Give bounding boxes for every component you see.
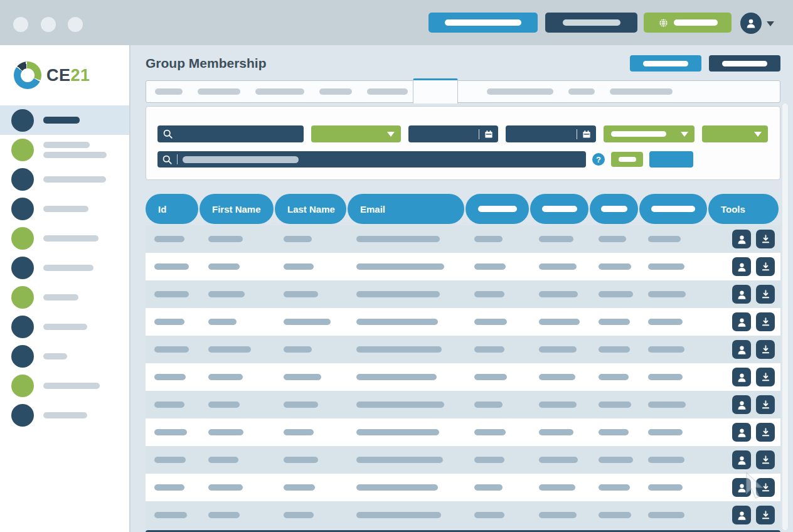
profile-button[interactable] (732, 340, 751, 359)
redacted-cell-value (599, 346, 630, 353)
tab-item[interactable] (155, 88, 183, 95)
download-icon (760, 482, 772, 494)
download-button[interactable] (756, 506, 775, 524)
profile-button[interactable] (732, 257, 751, 276)
download-button[interactable] (756, 368, 775, 386)
filter-search-button[interactable] (649, 151, 693, 168)
window-control-dot[interactable] (41, 17, 56, 32)
table-cell (639, 346, 707, 353)
redacted-label (619, 157, 636, 162)
profile-button[interactable] (732, 285, 751, 304)
tab-item[interactable] (255, 88, 304, 95)
redacted-cell-value (599, 319, 630, 325)
sidebar-item[interactable] (0, 253, 129, 282)
tab-item[interactable] (198, 88, 240, 95)
sidebar-item[interactable] (0, 371, 129, 400)
filter-dropdown[interactable] (311, 125, 401, 142)
profile-button[interactable] (732, 230, 751, 248)
user-menu-caret-icon[interactable] (767, 21, 774, 26)
table-cell (275, 263, 346, 270)
vertical-scrollbar[interactable] (782, 103, 789, 531)
profile-button[interactable] (732, 450, 751, 469)
tab-item[interactable] (487, 88, 553, 95)
profile-button[interactable] (732, 395, 751, 414)
table-cell-tools (708, 230, 779, 248)
sidebar-item[interactable] (0, 400, 129, 430)
column-header[interactable] (590, 194, 638, 224)
sidebar-item[interactable] (0, 194, 129, 223)
topbar-secondary-button[interactable] (545, 13, 637, 33)
search-input[interactable] (157, 125, 304, 142)
keyword-search-input[interactable] (157, 151, 586, 168)
date-input[interactable] (408, 125, 498, 142)
filter-dropdown[interactable] (604, 125, 695, 142)
column-header[interactable] (466, 194, 529, 224)
column-header-label: Email (348, 204, 385, 215)
search-icon (162, 129, 173, 139)
profile-button[interactable] (732, 423, 751, 442)
download-button[interactable] (756, 395, 775, 414)
profile-button[interactable] (732, 368, 751, 386)
redacted-cell-value (284, 319, 331, 325)
column-header[interactable]: Email (348, 194, 464, 224)
user-avatar[interactable] (740, 13, 762, 34)
column-header[interactable]: Tools (708, 194, 779, 224)
filter-dropdown[interactable] (702, 125, 768, 142)
download-button[interactable] (756, 312, 775, 331)
sidebar-item[interactable] (0, 312, 129, 341)
nav-label-placeholder (43, 142, 107, 158)
filter-clear-button[interactable] (611, 152, 643, 167)
table-cell (275, 484, 346, 491)
topbar-site-button[interactable] (644, 13, 732, 33)
download-button[interactable] (756, 478, 775, 497)
header-action-blue-button[interactable] (630, 55, 701, 72)
download-button[interactable] (756, 450, 775, 469)
sidebar-item[interactable] (0, 341, 129, 371)
sidebar-item[interactable] (0, 164, 129, 194)
column-header[interactable]: Last Name (275, 194, 346, 224)
sidebar-item[interactable] (0, 135, 129, 164)
download-button[interactable] (756, 285, 775, 304)
sidebar-item[interactable] (0, 105, 129, 135)
tab-item[interactable] (319, 88, 352, 95)
profile-button[interactable] (732, 506, 751, 524)
tab-item[interactable] (610, 88, 673, 95)
help-icon[interactable]: ? (592, 153, 605, 166)
membership-table: IdFirst NameLast NameEmailTools (146, 194, 780, 532)
download-button[interactable] (756, 230, 775, 248)
table-cell (530, 402, 588, 408)
column-header[interactable] (530, 194, 588, 224)
profile-button[interactable] (732, 312, 751, 331)
main-content: Group Membership ? (130, 45, 793, 532)
window-control-dot[interactable] (68, 17, 83, 32)
tab-item[interactable] (367, 88, 408, 95)
brand-logo[interactable]: CE21 (14, 61, 129, 89)
sidebar-item[interactable] (0, 282, 129, 312)
download-button[interactable] (756, 257, 775, 276)
profile-button[interactable] (732, 478, 751, 497)
download-icon (760, 261, 772, 273)
window-control-dot[interactable] (13, 17, 28, 32)
redacted-cell-value (356, 512, 441, 518)
table-cell (348, 457, 464, 463)
topbar-primary-button[interactable] (428, 13, 538, 33)
redacted-cell-value (648, 346, 684, 353)
download-button[interactable] (756, 340, 775, 359)
column-header[interactable] (639, 194, 707, 224)
download-button[interactable] (756, 423, 775, 442)
column-header[interactable]: Id (146, 194, 198, 224)
redacted-cell-value (474, 484, 503, 491)
tab-active[interactable] (413, 78, 458, 104)
sidebar-item[interactable] (0, 223, 129, 253)
table-cell (146, 512, 198, 518)
nav-bullet-icon (11, 375, 34, 397)
header-action-dark-button[interactable] (709, 55, 780, 72)
date-input[interactable] (506, 125, 596, 142)
column-header[interactable]: First Name (200, 194, 274, 224)
table-row (146, 308, 780, 336)
redacted-cell-value (356, 429, 439, 435)
download-icon (760, 399, 772, 411)
field-divider (577, 129, 577, 139)
tab-item[interactable] (568, 88, 595, 95)
table-cell (348, 346, 464, 353)
